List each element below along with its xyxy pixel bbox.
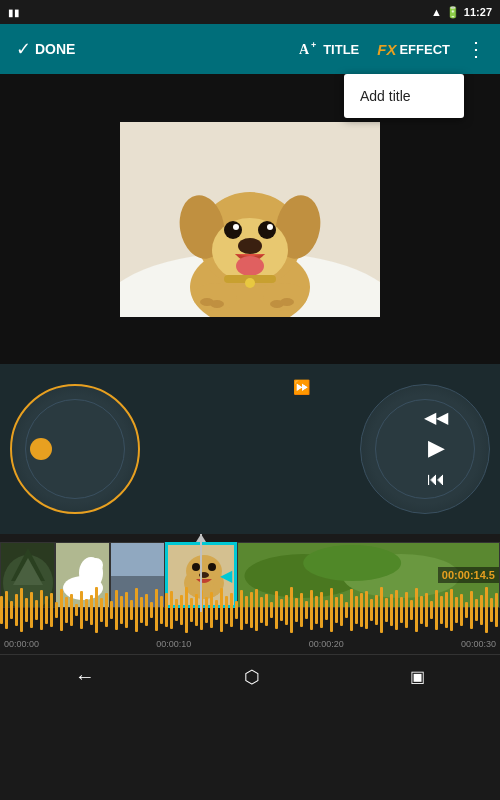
- svg-rect-110: [330, 588, 333, 632]
- svg-rect-80: [180, 595, 183, 625]
- svg-rect-99: [275, 591, 278, 629]
- more-button[interactable]: ⋮: [460, 31, 492, 67]
- svg-rect-138: [470, 591, 473, 629]
- video-frame: [120, 122, 380, 317]
- status-right: ▲ 🔋 11:27: [431, 6, 492, 19]
- clip-arrow-icon: ◀: [220, 566, 232, 585]
- svg-point-18: [245, 278, 255, 288]
- left-dial[interactable]: [10, 384, 140, 514]
- done-button[interactable]: ✓ DONE: [8, 32, 83, 66]
- sim-icon: ▮▮: [8, 7, 20, 18]
- clip-timestamp: 00:00:14.5: [438, 567, 499, 583]
- svg-point-30: [89, 558, 103, 572]
- svg-rect-133: [445, 592, 448, 628]
- svg-point-16: [263, 283, 307, 311]
- svg-rect-56: [60, 589, 63, 631]
- add-title-button[interactable]: A + TITLE: [290, 32, 367, 66]
- svg-rect-108: [320, 592, 323, 628]
- svg-rect-109: [325, 600, 328, 620]
- skip-to-start-button[interactable]: ⏮: [427, 469, 445, 490]
- svg-rect-112: [340, 594, 343, 626]
- svg-rect-47: [15, 594, 18, 626]
- add-title-item[interactable]: Add title: [344, 78, 464, 114]
- svg-rect-50: [30, 592, 33, 628]
- svg-rect-119: [375, 595, 378, 625]
- ts-1: 00:00:10: [156, 639, 191, 649]
- svg-rect-61: [85, 599, 88, 621]
- svg-rect-134: [450, 589, 453, 631]
- svg-rect-91: [235, 601, 238, 619]
- svg-rect-107: [315, 596, 318, 624]
- svg-rect-57: [65, 597, 68, 623]
- svg-rect-127: [415, 588, 418, 632]
- status-bar: ▮▮ ▲ 🔋 11:27: [0, 0, 500, 24]
- svg-rect-85: [205, 597, 208, 623]
- recents-button[interactable]: ▣: [390, 659, 445, 694]
- play-button[interactable]: ▶: [428, 435, 445, 461]
- toolbar: ✓ DONE A + TITLE FX EFFECT ⋮: [0, 24, 500, 74]
- clock: 11:27: [464, 6, 492, 18]
- svg-rect-101: [285, 595, 288, 625]
- svg-rect-81: [185, 587, 188, 633]
- svg-rect-130: [430, 601, 433, 619]
- svg-rect-139: [475, 599, 478, 621]
- svg-rect-136: [460, 594, 463, 626]
- nav-bar: ← ⬡ ▣: [0, 654, 500, 698]
- puppy-image: [120, 122, 380, 317]
- svg-rect-121: [385, 598, 388, 622]
- home-button[interactable]: ⬡: [224, 658, 280, 696]
- svg-rect-44: [0, 596, 3, 624]
- svg-rect-137: [465, 602, 468, 618]
- svg-rect-78: [170, 591, 173, 629]
- effect-button[interactable]: FX EFFECT: [369, 35, 458, 64]
- svg-rect-46: [10, 601, 13, 619]
- svg-point-13: [238, 238, 262, 254]
- svg-rect-75: [155, 589, 158, 631]
- timestamp-bar: 00:00:00 00:00:10 00:00:20 00:00:30: [0, 634, 500, 654]
- svg-rect-52: [40, 590, 43, 630]
- svg-rect-55: [55, 602, 58, 618]
- svg-rect-114: [350, 589, 353, 631]
- svg-rect-140: [480, 595, 483, 625]
- fast-forward-button[interactable]: ⏩: [293, 379, 310, 395]
- title-icon: A +: [298, 38, 320, 60]
- wifi-icon: ▲: [431, 6, 442, 18]
- svg-rect-120: [380, 587, 383, 633]
- svg-rect-104: [300, 593, 303, 627]
- dial-dot: [30, 438, 52, 460]
- svg-rect-125: [405, 592, 408, 628]
- svg-rect-51: [35, 600, 38, 620]
- svg-rect-64: [100, 598, 103, 622]
- svg-rect-90: [230, 593, 233, 627]
- svg-rect-60: [80, 591, 83, 629]
- timeline-area: ◀ 00:00:14.5: [0, 534, 500, 654]
- svg-rect-123: [395, 590, 398, 630]
- svg-rect-71: [135, 588, 138, 632]
- svg-rect-105: [305, 601, 308, 619]
- svg-rect-143: [495, 593, 498, 627]
- svg-point-11: [233, 224, 239, 230]
- svg-rect-68: [120, 596, 123, 624]
- svg-rect-58: [70, 594, 73, 626]
- svg-rect-87: [215, 600, 218, 620]
- toolbar-right: A + TITLE FX EFFECT ⋮: [290, 31, 492, 67]
- svg-rect-132: [440, 596, 443, 624]
- svg-rect-131: [435, 590, 438, 630]
- svg-rect-54: [50, 593, 53, 627]
- svg-point-14: [236, 256, 264, 276]
- svg-rect-113: [345, 602, 348, 618]
- svg-rect-82: [190, 598, 193, 622]
- ts-2: 00:00:20: [309, 639, 344, 649]
- svg-rect-116: [360, 593, 363, 627]
- svg-rect-117: [365, 591, 368, 629]
- svg-rect-74: [150, 602, 153, 618]
- svg-rect-62: [90, 595, 93, 625]
- fast-rewind-button[interactable]: ◀◀: [424, 408, 448, 427]
- svg-rect-100: [280, 599, 283, 621]
- svg-rect-95: [255, 589, 258, 631]
- svg-rect-115: [355, 596, 358, 624]
- svg-rect-126: [410, 600, 413, 620]
- svg-rect-63: [95, 587, 98, 633]
- back-button[interactable]: ←: [55, 657, 115, 696]
- svg-point-12: [267, 224, 273, 230]
